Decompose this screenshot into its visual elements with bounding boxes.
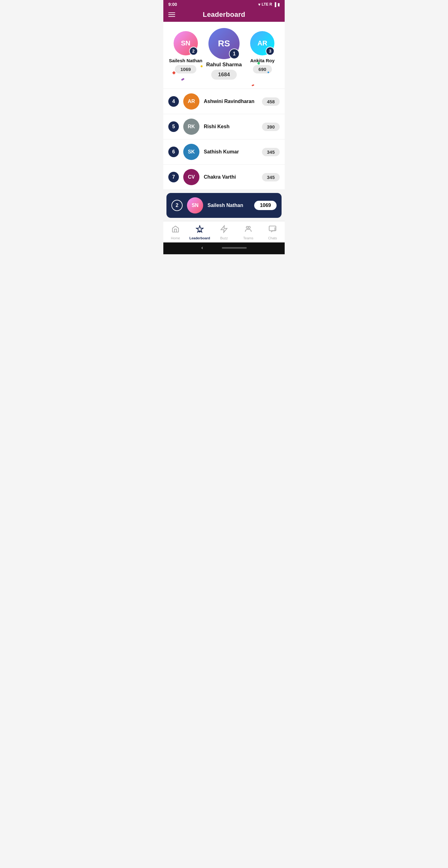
time: 9:00 bbox=[168, 2, 177, 7]
rank3-badge: 3 bbox=[266, 47, 275, 55]
list-item[interactable]: 4 AR Ashwini Ravindharan 458 bbox=[163, 89, 285, 114]
list-score: 345 bbox=[262, 173, 280, 181]
teams-icon bbox=[244, 225, 252, 235]
podium-rank3[interactable]: AR 3 Ankita Roy 690 bbox=[243, 31, 282, 73]
list-score: 458 bbox=[262, 97, 280, 106]
rank2-avatar-wrapper: SN 2 bbox=[173, 31, 198, 55]
battery-icon: ▮ bbox=[278, 2, 280, 7]
rank1-name: Rahul Sharma bbox=[206, 62, 242, 68]
rank1-badge: 1 bbox=[229, 49, 239, 59]
nav-label-buzz: Buzz bbox=[220, 236, 228, 240]
list-rank-badge: 4 bbox=[168, 96, 179, 107]
svg-point-2 bbox=[248, 226, 251, 228]
bottom-navigation: Home Leaderboard Buzz Teams bbox=[163, 221, 285, 243]
confetti bbox=[252, 84, 255, 86]
lte-label: LTE R bbox=[262, 2, 272, 6]
nav-item-chats[interactable]: Chats bbox=[260, 224, 285, 241]
list-score: 390 bbox=[262, 123, 280, 131]
list-avatar: CV bbox=[183, 169, 199, 185]
signal-icon: ▐ bbox=[274, 2, 276, 7]
my-name: Sailesh Nathan bbox=[207, 203, 250, 208]
rank1-avatar-wrapper: RS 1 bbox=[209, 28, 239, 59]
my-rank-badge: 2 bbox=[171, 200, 183, 211]
leaderboard-icon bbox=[196, 225, 204, 235]
nav-item-teams[interactable]: Teams bbox=[236, 224, 260, 241]
list-rank-badge: 5 bbox=[168, 121, 179, 132]
rank2-badge: 2 bbox=[189, 47, 198, 55]
buzz-icon bbox=[220, 225, 228, 235]
menu-button[interactable] bbox=[168, 12, 175, 17]
list-name: Chakra Varthi bbox=[204, 174, 258, 180]
gesture-bar: ‹ bbox=[163, 243, 285, 254]
nav-item-leaderboard[interactable]: Leaderboard bbox=[188, 224, 212, 241]
nav-item-home[interactable]: Home bbox=[163, 224, 188, 241]
chats-icon bbox=[268, 225, 277, 235]
list-rank-badge: 7 bbox=[168, 172, 179, 182]
page-title: Leaderboard bbox=[203, 10, 246, 19]
podium-row: SN 2 Sailesh Nathan 1069 RS 1 Rahul Shar… bbox=[166, 28, 282, 80]
leaderboard-list: 4 AR Ashwini Ravindharan 458 5 RK Rishi … bbox=[163, 89, 285, 190]
my-rank-bar: 2 SN Sailesh Nathan 1069 bbox=[166, 193, 282, 218]
home-pill[interactable] bbox=[222, 247, 247, 249]
rank1-score: 1684 bbox=[211, 70, 237, 80]
list-item[interactable]: 5 RK Rishi Kesh 390 bbox=[163, 114, 285, 140]
nav-label-home: Home bbox=[171, 236, 180, 240]
nav-label-chats: Chats bbox=[268, 236, 277, 240]
list-avatar: AR bbox=[183, 93, 199, 110]
list-name: Sathish Kumar bbox=[204, 149, 258, 155]
rank3-score: 690 bbox=[253, 65, 272, 73]
my-avatar: SN bbox=[187, 197, 203, 214]
svg-point-0 bbox=[199, 231, 200, 232]
status-bar: 9:00 ▾ LTE R ▐ ▮ bbox=[163, 0, 285, 9]
nav-item-buzz[interactable]: Buzz bbox=[212, 224, 236, 241]
rank3-name: Ankita Roy bbox=[250, 58, 275, 63]
list-item[interactable]: 6 SK Sathish Kumar 345 bbox=[163, 140, 285, 165]
status-icons: ▾ LTE R ▐ ▮ bbox=[258, 2, 280, 7]
rank3-avatar-wrapper: AR 3 bbox=[250, 31, 275, 55]
app-header: Leaderboard bbox=[163, 9, 285, 22]
nav-label-teams: Teams bbox=[243, 236, 253, 240]
list-rank-badge: 6 bbox=[168, 147, 179, 157]
back-button[interactable]: ‹ bbox=[201, 245, 203, 251]
wifi-icon: ▾ bbox=[258, 2, 260, 7]
list-item[interactable]: 7 CV Chakra Varthi 345 bbox=[163, 165, 285, 190]
nav-label-leaderboard: Leaderboard bbox=[189, 236, 210, 240]
list-avatar: RK bbox=[183, 119, 199, 135]
my-score: 1069 bbox=[254, 201, 277, 210]
podium-rank1[interactable]: RS 1 Rahul Sharma 1684 bbox=[205, 28, 243, 80]
rank2-name: Sailesh Nathan bbox=[169, 58, 202, 63]
list-avatar: SK bbox=[183, 144, 199, 160]
list-name: Ashwini Ravindharan bbox=[204, 99, 258, 104]
list-score: 345 bbox=[262, 148, 280, 156]
rank2-score: 1069 bbox=[175, 65, 196, 73]
podium-section: SN 2 Sailesh Nathan 1069 RS 1 Rahul Shar… bbox=[163, 22, 285, 88]
home-icon bbox=[171, 225, 180, 235]
podium-rank2[interactable]: SN 2 Sailesh Nathan 1069 bbox=[166, 31, 205, 73]
list-name: Rishi Kesh bbox=[204, 124, 258, 129]
